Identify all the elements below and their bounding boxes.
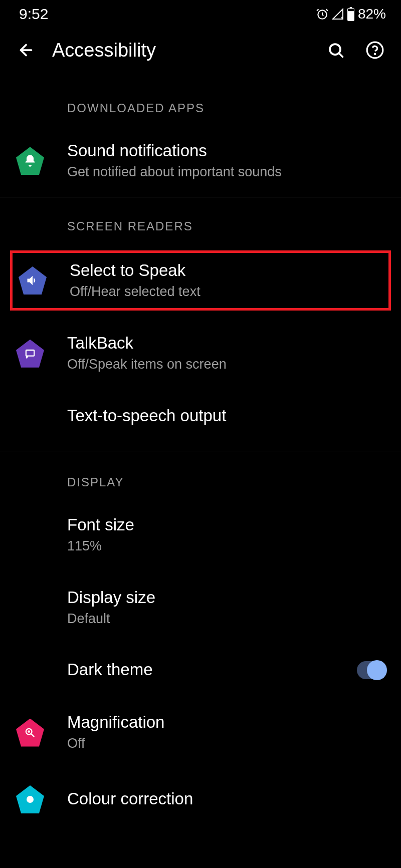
battery-icon [347, 7, 355, 21]
battery-percent: 82% [358, 6, 386, 22]
alarm-icon [316, 8, 329, 21]
item-sound-notifications[interactable]: Sound notifications Get notified about i… [0, 129, 401, 193]
magnification-icon [15, 718, 45, 748]
signal-icon: × [332, 8, 344, 20]
select-to-speak-icon [18, 265, 48, 296]
talkback-icon [15, 339, 45, 369]
item-title: TalkBack [67, 333, 386, 354]
item-dark-theme[interactable]: Dark theme [0, 648, 401, 692]
item-colour-correction[interactable]: Colour correction [0, 773, 401, 825]
item-sub: Get notified about important sounds [67, 163, 386, 182]
section-header-display: DISPLAY [0, 455, 401, 503]
search-button[interactable] [324, 38, 348, 62]
svg-point-7 [374, 54, 375, 55]
item-title: Colour correction [67, 788, 386, 810]
item-title: Sound notifications [67, 140, 386, 162]
divider [0, 197, 401, 197]
section-header-screenreaders: SCREEN READERS [0, 201, 401, 247]
item-magnification[interactable]: Magnification Off [0, 701, 401, 764]
svg-rect-8 [26, 350, 34, 356]
divider [0, 451, 401, 451]
item-sub: Off/Hear selected text [70, 282, 383, 302]
svg-rect-4 [348, 9, 354, 12]
page-title: Accessibility [52, 40, 310, 61]
item-title: Text-to-speech output [67, 405, 386, 427]
back-button[interactable] [14, 38, 38, 62]
app-bar: Accessibility [0, 28, 401, 72]
highlight-select-to-speak: Select to Speak Off/Hear selected text [10, 250, 391, 311]
item-talkback[interactable]: TalkBack Off/Speak items on screen [0, 322, 401, 385]
status-time: 9:52 [19, 6, 48, 23]
dark-theme-toggle[interactable] [357, 661, 386, 679]
item-sub: 115% [67, 537, 386, 556]
item-sub: Off [67, 734, 386, 753]
item-tts[interactable]: Text-to-speech output [0, 385, 401, 447]
item-title: Dark theme [67, 659, 357, 681]
item-font-size[interactable]: Font size 115% [0, 503, 401, 567]
status-icons: × 82% [316, 6, 386, 22]
item-title: Magnification [67, 712, 386, 733]
item-select-to-speak[interactable]: Select to Speak Off/Hear selected text [13, 253, 388, 309]
item-display-size[interactable]: Display size Default [0, 576, 401, 640]
item-sub: Off/Speak items on screen [67, 355, 386, 374]
item-title: Display size [67, 587, 386, 609]
sound-notifications-icon [15, 146, 45, 176]
help-button[interactable] [363, 38, 387, 62]
item-sub: Default [67, 610, 386, 629]
colour-correction-icon [15, 784, 45, 814]
status-bar: 9:52 × 82% [0, 0, 401, 28]
item-title: Select to Speak [70, 260, 383, 281]
svg-rect-3 [350, 7, 352, 9]
svg-point-10 [27, 796, 34, 803]
section-header-downloaded: DOWNLOADED APPS [0, 72, 401, 129]
item-title: Font size [67, 514, 386, 536]
svg-text:×: × [340, 15, 343, 20]
